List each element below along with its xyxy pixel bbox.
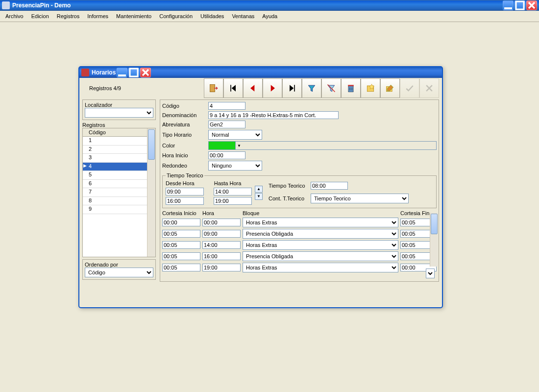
- svg-rect-2: [118, 74, 126, 76]
- ordenado-select[interactable]: Código: [85, 268, 153, 277]
- delete-icon[interactable]: [341, 78, 361, 98]
- list-item[interactable]: 5: [83, 171, 147, 180]
- cortesia-inicio-field[interactable]: [162, 230, 200, 238]
- record-counter: Registros 4/9: [82, 83, 128, 93]
- denominacion-label: Denominación: [162, 112, 206, 118]
- cont-label: Cont. T.Teorico: [269, 196, 308, 201]
- redondeo-select[interactable]: Ninguno: [208, 161, 262, 171]
- svg-rect-0: [504, 7, 512, 9]
- menu-mantenimiento[interactable]: Mantenimiento: [113, 12, 155, 20]
- hora-inicio-label: Hora Inicio: [162, 152, 206, 158]
- codigo-field[interactable]: [208, 102, 245, 110]
- menu-ayuda[interactable]: Ayuda: [259, 12, 281, 20]
- list-item[interactable]: 4: [83, 163, 147, 172]
- dialog-maximize-button[interactable]: [128, 68, 139, 77]
- exit-icon[interactable]: [204, 78, 223, 98]
- desde-1[interactable]: [166, 188, 204, 196]
- list-scrollbar[interactable]: [147, 128, 155, 257]
- redondeo-label: Redondeo: [162, 163, 206, 169]
- horarios-dialog: Horarios Registros 4/9 Localizador Regis…: [78, 66, 443, 308]
- bloque-select[interactable]: Presencia Obligada: [243, 229, 398, 239]
- abreviatura-field[interactable]: [208, 121, 245, 128]
- tipo-select[interactable]: Normal: [208, 130, 262, 140]
- bottom-select[interactable]: [426, 269, 435, 278]
- hora-field[interactable]: [202, 219, 241, 226]
- dialog-title: Horarios: [92, 69, 116, 76]
- color-picker[interactable]: ▼: [208, 141, 437, 150]
- close-button[interactable]: [526, 0, 537, 10]
- maximize-button[interactable]: [514, 0, 525, 10]
- hora-field[interactable]: [202, 264, 241, 271]
- dialog-close-button[interactable]: [140, 68, 151, 77]
- filter-icon[interactable]: [302, 78, 321, 98]
- form-pane: Código Denominación Abreviatura Tipo Hor…: [160, 99, 439, 282]
- list-item[interactable]: 8: [83, 197, 147, 206]
- bloque-select[interactable]: Horas Extras: [243, 240, 398, 250]
- cortesia-inicio-field[interactable]: [162, 252, 200, 260]
- tipo-label: Tipo Horario: [162, 132, 206, 138]
- list-item[interactable]: 2: [83, 146, 147, 154]
- last-icon[interactable]: [282, 78, 302, 98]
- tiempo-legend: Tiempo Teorico: [166, 172, 204, 178]
- list-item[interactable]: 1: [83, 137, 147, 146]
- cancel-icon: [419, 78, 439, 98]
- svg-rect-6: [348, 85, 354, 86]
- tt-value[interactable]: [311, 182, 348, 190]
- svg-rect-1: [516, 1, 524, 9]
- app-titlebar: PresenciaPin - Demo: [0, 0, 539, 11]
- menu-registros[interactable]: Registros: [53, 12, 83, 20]
- menu-archivo[interactable]: Archivo: [2, 12, 27, 20]
- list-header[interactable]: Código: [83, 128, 147, 137]
- table-row: Presencia Obligada: [162, 251, 437, 261]
- menu-informes[interactable]: Informes: [84, 12, 112, 20]
- denominacion-field[interactable]: [208, 111, 339, 119]
- table-scrollbar[interactable]: [430, 213, 438, 267]
- cortesia-inicio-field[interactable]: [162, 264, 200, 271]
- ordenado-label: Ordenado por: [85, 262, 153, 268]
- registros-list[interactable]: Código 123456789: [82, 128, 156, 257]
- new-icon[interactable]: [361, 78, 380, 98]
- localizador-label: Localizador: [85, 102, 153, 108]
- hora-field[interactable]: [202, 252, 241, 260]
- next-icon[interactable]: [263, 78, 282, 98]
- hora-inicio-field[interactable]: [208, 151, 245, 159]
- list-item[interactable]: 6: [83, 180, 147, 189]
- edit-icon[interactable]: [380, 78, 400, 98]
- list-item[interactable]: 7: [83, 188, 147, 197]
- dialog-icon: [81, 69, 89, 76]
- hasta-1[interactable]: [214, 188, 252, 196]
- menu-ventanas[interactable]: Ventanas: [228, 12, 258, 20]
- cont-select[interactable]: Tiempo Teorico: [311, 194, 409, 203]
- dialog-minimize-button[interactable]: [117, 68, 127, 77]
- hora-field[interactable]: [202, 230, 241, 238]
- table-row: Horas Extras: [162, 240, 437, 250]
- list-item[interactable]: 9: [83, 205, 147, 214]
- bloques-table: Cortesia Inicio Hora Bloque Cortesia Fin…: [162, 210, 437, 272]
- app-title: PresenciaPin - Demo: [12, 2, 71, 9]
- table-row: Horas Extras: [162, 263, 437, 272]
- codigo-label: Código: [162, 103, 206, 109]
- localizador-select[interactable]: [85, 108, 153, 118]
- tt-label: Tiempo Teorico: [269, 183, 308, 189]
- first-icon[interactable]: [223, 78, 243, 98]
- menu-configuración[interactable]: Configuración: [156, 12, 196, 20]
- list-item[interactable]: 3: [83, 154, 147, 163]
- menu-edicion[interactable]: Edicion: [28, 12, 52, 20]
- bloque-select[interactable]: Horas Extras: [243, 263, 398, 272]
- svg-rect-3: [130, 69, 138, 76]
- hasta-2[interactable]: [214, 197, 252, 205]
- cortesia-inicio-field[interactable]: [162, 219, 200, 226]
- cortesia-inicio-field[interactable]: [162, 241, 200, 249]
- table-row: Presencia Obligada: [162, 229, 437, 239]
- prev-icon[interactable]: [243, 78, 263, 98]
- tiempo-teorico-group: Tiempo Teorico Desde Hora Hasta Hora: [162, 172, 437, 208]
- minimize-button[interactable]: [503, 0, 514, 10]
- clear-filter-icon[interactable]: [321, 78, 341, 98]
- menu-utilidades[interactable]: Utilidades: [197, 12, 227, 20]
- bloque-select[interactable]: Horas Extras: [243, 218, 398, 227]
- tiempo-spinner[interactable]: ▲▼: [255, 186, 263, 200]
- hora-field[interactable]: [202, 241, 241, 249]
- desde-2[interactable]: [166, 197, 204, 205]
- bloque-select[interactable]: Presencia Obligada: [243, 251, 398, 261]
- abreviatura-label: Abreviatura: [162, 122, 206, 127]
